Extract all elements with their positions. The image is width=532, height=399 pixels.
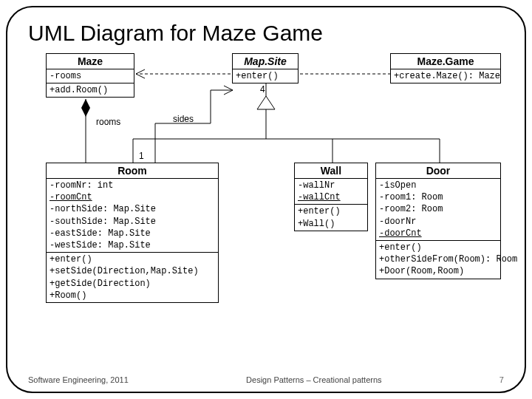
- class-name: Room: [47, 163, 218, 179]
- attr: -westSide: Map.Site: [50, 239, 215, 251]
- op: +enter(): [298, 205, 364, 217]
- label-rooms: rooms: [96, 117, 120, 127]
- attr: -room2: Room: [379, 203, 497, 215]
- class-maze: Maze -rooms +add.Room(): [46, 53, 134, 98]
- attr: -doorCnt: [379, 228, 497, 239]
- class-name: Door: [376, 163, 500, 179]
- class-wall: Wall -wallNr -wallCnt +enter() +Wall(): [294, 163, 368, 231]
- class-name: Maze.Game: [391, 54, 500, 69]
- attr: -isOpen: [379, 180, 497, 191]
- op: +Door(Room,Room): [379, 265, 497, 277]
- op: +Wall(): [298, 218, 364, 230]
- class-name: Wall: [295, 163, 367, 179]
- label-sides: sides: [173, 114, 194, 124]
- diagram-canvas: Maze -rooms +add.Room() Map.Site +enter(…: [28, 53, 504, 349]
- op: +otherSideFrom(Room): Room: [379, 253, 497, 265]
- slide-frame: UML Diagram for Maze Game Maze -rooms +a…: [6, 6, 526, 393]
- op: +enter(): [236, 70, 295, 82]
- attr: -rooms: [50, 70, 131, 82]
- op: +enter(): [50, 253, 215, 265]
- attr: -wallNr: [298, 180, 364, 191]
- attr: -wallCnt: [298, 191, 364, 203]
- op: +enter(): [379, 242, 497, 253]
- attr: -roomCnt: [50, 191, 215, 203]
- class-mazegame: Maze.Game +create.Maze(): Maze: [390, 53, 501, 83]
- footer: Software Engineering, 2011 Design Patter…: [28, 375, 504, 384]
- attr: -room1: Room: [379, 191, 497, 203]
- page-number: 7: [499, 375, 504, 384]
- op: +setSide(Direction,Map.Site): [50, 265, 215, 277]
- attr: -southSide: Map.Site: [50, 216, 215, 228]
- op: +getSide(Direction): [50, 278, 215, 290]
- page-title: UML Diagram for Maze Game: [28, 21, 504, 46]
- op: +add.Room(): [50, 84, 131, 96]
- class-room: Room -roomNr: int -roomCnt -northSide: M…: [46, 163, 219, 303]
- class-name: Map.Site: [233, 54, 298, 69]
- attr: -doorNr: [379, 216, 497, 228]
- attr: -northSide: Map.Site: [50, 203, 215, 215]
- label-mult1: 1: [139, 151, 144, 161]
- class-door: Door -isOpen -room1: Room -room2: Room -…: [375, 163, 501, 279]
- op: +Room(): [50, 290, 215, 301]
- attr: -roomNr: int: [50, 180, 215, 191]
- attr: -eastSide: Map.Site: [50, 228, 215, 239]
- class-name: Maze: [47, 54, 134, 69]
- footer-left: Software Engineering, 2011: [28, 375, 129, 384]
- footer-center: Design Patterns – Creational patterns: [246, 375, 381, 384]
- class-mapsite: Map.Site +enter(): [232, 53, 299, 83]
- op: +create.Maze(): Maze: [394, 70, 497, 82]
- label-mult4: 4: [260, 84, 265, 95]
